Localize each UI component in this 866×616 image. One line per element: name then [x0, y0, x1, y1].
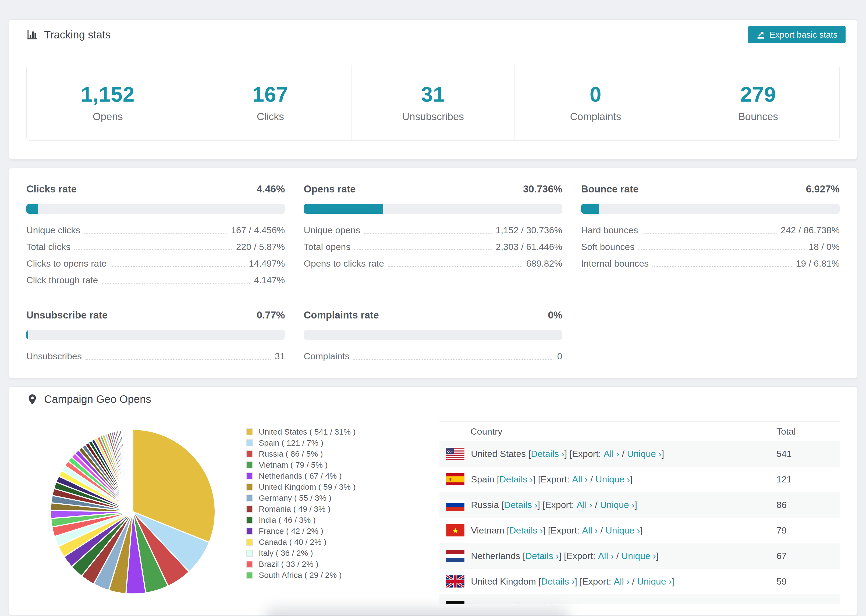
- legend-swatch-united-states: [246, 428, 253, 435]
- details-link-vietnam[interactable]: Details ›: [509, 525, 543, 536]
- stat-box-complaints: 0 Complaints: [514, 65, 677, 140]
- bracket: [: [507, 525, 509, 536]
- dotted-leader: [102, 283, 250, 284]
- geo-row-vietnam: Vietnam [Details ›] [Export: All › / Uni…: [439, 518, 840, 543]
- export-unique-link-vietnam[interactable]: Unique ›: [605, 525, 640, 536]
- geo-row-united-states: United States [Details ›] [Export: All ›…: [439, 441, 840, 467]
- export-unique-link-united-states[interactable]: Unique ›: [627, 449, 661, 459]
- export-all-link-russia[interactable]: All ›: [576, 500, 592, 510]
- rate-head-clicks: Clicks rate 4.46%: [26, 184, 285, 195]
- geo-th-total: Total: [776, 426, 840, 437]
- rate-progress-fill-opens: [304, 204, 383, 214]
- legend-item-india[interactable]: India ( 46 / 3% ): [246, 514, 375, 525]
- rate-row-label: Unique clicks: [26, 225, 80, 236]
- rate-value-complaints: 0%: [548, 310, 562, 321]
- geo-cell-total: 59: [776, 576, 840, 587]
- legend-swatch-india: [246, 517, 253, 523]
- export-all-link-united-kingdom[interactable]: All ›: [614, 576, 630, 587]
- export-all-link-united-states[interactable]: All ›: [603, 449, 619, 459]
- country-name: Spain: [471, 474, 497, 485]
- legend-item-united-kingdom[interactable]: United Kingdom ( 59 / 3% ): [246, 481, 375, 492]
- rate-row-value: 1,152 / 30.736%: [496, 225, 562, 236]
- legend-label-germany: Germany ( 55 / 3% ): [259, 493, 331, 503]
- rate-progress-fill-clicks: [26, 204, 38, 214]
- campaign-geo-header: Campaign Geo Opens: [9, 387, 857, 412]
- bracket: [: [523, 551, 525, 561]
- rate-row-opens-to-clicks-rate: Opens to clicks rate 689.82%: [304, 258, 562, 269]
- legend-swatch-italy: [246, 550, 253, 556]
- rate-row-unique-opens: Unique opens 1,152 / 30.736%: [304, 225, 562, 236]
- details-link-united-states[interactable]: Details ›: [531, 449, 565, 459]
- export-unique-link-united-kingdom[interactable]: Unique ›: [637, 576, 672, 587]
- legend-item-vietnam[interactable]: Vietnam ( 79 / 5% ): [246, 459, 375, 470]
- rate-row-click-through-rate: Click through rate 4.147%: [26, 275, 285, 285]
- legend-label-france: France ( 42 / 2% ): [259, 526, 323, 536]
- export-unique-link-germany[interactable]: Unique ›: [610, 602, 644, 604]
- bracket: ]: [656, 551, 658, 561]
- export-icon: [756, 30, 765, 39]
- rate-section-bounce: Bounce rate 6.927% Hard bounces 242 / 86…: [581, 184, 840, 285]
- country-name: Russia: [471, 500, 501, 510]
- details-link-spain[interactable]: Details ›: [499, 474, 533, 485]
- rate-row-value: 4.147%: [254, 275, 285, 285]
- rate-row-value: 242 / 86.738%: [781, 225, 840, 236]
- details-link-germany[interactable]: Details ›: [514, 602, 547, 604]
- rate-section-clicks: Clicks rate 4.46% Unique clicks 167 / 4.…: [26, 184, 285, 285]
- export-unique-link-spain[interactable]: Unique ›: [595, 474, 630, 485]
- legend-item-netherlands[interactable]: Netherlands ( 67 / 4% ): [246, 470, 375, 481]
- rate-row-label: Total clicks: [26, 242, 71, 252]
- country-name: Germany: [471, 602, 511, 604]
- export-all-link-netherlands[interactable]: All ›: [598, 551, 614, 561]
- rate-row-label: Hard bounces: [581, 225, 638, 236]
- legend-item-russia[interactable]: Russia ( 86 / 5% ): [246, 448, 375, 459]
- legend-item-italy[interactable]: Italy ( 36 / 2% ): [246, 547, 375, 558]
- legend-item-south-africa[interactable]: South Africa ( 29 / 2% ): [246, 569, 375, 580]
- legend-swatch-romania: [246, 506, 253, 512]
- details-link-united-kingdom[interactable]: Details ›: [541, 576, 575, 587]
- pie-slice-other[interactable]: [132, 429, 133, 512]
- country-name: United Kingdom: [471, 576, 538, 587]
- flag-de-icon: [446, 601, 464, 604]
- legend-swatch-vietnam: [246, 462, 253, 468]
- export-unique-link-russia[interactable]: Unique ›: [600, 500, 635, 510]
- export-all-link-germany[interactable]: All ›: [586, 602, 602, 604]
- legend-item-germany[interactable]: Germany ( 55 / 3% ): [246, 492, 375, 503]
- rate-row-unique-clicks: Unique clicks 167 / 4.456%: [26, 225, 285, 236]
- legend-label-canada: Canada ( 40 / 2% ): [259, 537, 326, 547]
- rate-row-unsubscribes: Unsubscribes 31: [26, 351, 285, 361]
- export-unique-link-netherlands[interactable]: Unique ›: [621, 551, 656, 561]
- legend-item-romania[interactable]: Romania ( 49 / 3% ): [246, 503, 375, 514]
- rate-row-total-clicks: Total clicks 220 / 5.87%: [26, 242, 285, 252]
- rate-row-complaints: Complaints 0: [304, 351, 562, 361]
- bracket: ] [Export:: [533, 474, 572, 485]
- legend-item-france[interactable]: France ( 42 / 2% ): [246, 525, 375, 536]
- rate-head-bounce: Bounce rate 6.927%: [581, 184, 840, 195]
- rate-section-opens: Opens rate 30.736% Unique opens 1,152 / …: [304, 184, 562, 285]
- legend-item-brazil[interactable]: Brazil ( 33 / 2% ): [246, 558, 375, 569]
- rate-row-hard-bounces: Hard bounces 242 / 86.738%: [581, 225, 840, 236]
- export-basic-stats-button[interactable]: Export basic stats: [748, 26, 846, 43]
- legend-item-spain[interactable]: Spain ( 121 / 7% ): [246, 437, 375, 448]
- bracket: ] [Export:: [575, 576, 614, 587]
- tracking-stats-header: Tracking stats Export basic stats: [9, 20, 857, 50]
- bracket: ]: [630, 474, 632, 485]
- rate-value-unsubscribe: 0.77%: [257, 310, 285, 321]
- geo-row-germany: Germany [Details ›] [Export: All › / Uni…: [439, 594, 840, 604]
- rate-row-value: 689.82%: [526, 258, 562, 269]
- stat-value-complaints: 0: [515, 82, 677, 107]
- flag-ru-icon: [446, 499, 464, 511]
- geo-cell-total: 541: [776, 449, 840, 459]
- details-link-netherlands[interactable]: Details ›: [525, 551, 559, 561]
- rate-row-value: 0: [557, 351, 562, 361]
- legend-swatch-netherlands: [246, 473, 253, 479]
- legend-item-united-states[interactable]: United States ( 541 / 31% ): [246, 426, 375, 437]
- legend-item-canada[interactable]: Canada ( 40 / 2% ): [246, 536, 375, 547]
- export-all-link-vietnam[interactable]: All ›: [582, 525, 598, 536]
- rate-value-bounce: 6.927%: [806, 184, 840, 195]
- rate-row-label: Opens to clicks rate: [304, 258, 384, 269]
- geo-cell-country: Germany [Details ›] [Export: All › / Uni…: [439, 601, 776, 604]
- dotted-leader: [110, 266, 245, 267]
- export-all-link-spain[interactable]: All ›: [572, 474, 588, 485]
- details-link-russia[interactable]: Details ›: [504, 500, 538, 510]
- bracket: [: [497, 474, 499, 485]
